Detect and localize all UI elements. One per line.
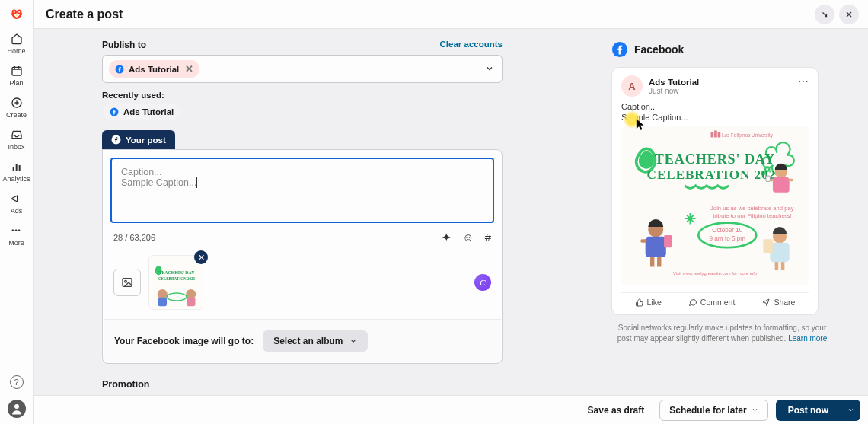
post-now-button[interactable]: Post now [776, 400, 841, 421]
editor-card: Caption... Sample Caption... 28 / 63,206… [102, 149, 503, 364]
preview-caption-line: Caption... [621, 101, 809, 112]
nav-analytics[interactable]: Analytics [0, 160, 33, 183]
nav-ads[interactable]: Ads [0, 192, 33, 215]
svg-text:October 10: October 10 [712, 227, 743, 234]
nav-label: More [8, 239, 24, 247]
svg-rect-48 [657, 257, 661, 266]
char-counter: 28 / 63,206 [113, 233, 155, 242]
preview-disclaimer: Social networks regularly make updates t… [611, 323, 833, 344]
preview-image: Los Felipinos University TEACHERS' DAY C… [621, 126, 809, 285]
caption-line: Sample Caption... [121, 177, 196, 188]
composer-panel: Publish to Clear accounts Ads Tutorial ✕… [34, 29, 576, 395]
nav-label: Home [7, 47, 25, 55]
svg-rect-46 [640, 239, 646, 243]
svg-text:TEACHERS' DAY: TEACHERS' DAY [159, 270, 195, 275]
svg-rect-45 [664, 234, 672, 247]
svg-rect-51 [763, 239, 773, 253]
svg-rect-36 [788, 178, 793, 181]
account-select[interactable]: Ads Tutorial ✕ [102, 55, 503, 83]
facebook-preview-card: A Ads Tutorial Just now ⋯ Caption... Sam… [611, 67, 819, 315]
preview-timestamp: Just now [649, 87, 699, 95]
svg-text:Visit www.reallygreatsite.com : Visit www.reallygreatsite.com for more i… [673, 271, 758, 276]
clear-accounts-link[interactable]: Clear accounts [440, 40, 503, 49]
schedule-button[interactable]: Schedule for later [659, 400, 767, 421]
facebook-icon [115, 65, 124, 74]
preview-network-label: Facebook [634, 43, 684, 56]
svg-rect-50 [770, 242, 789, 261]
svg-text:Join us as we celebrate and pa: Join us as we celebrate and pay [710, 205, 794, 212]
svg-rect-47 [650, 257, 654, 266]
chip-remove-icon[interactable]: ✕ [185, 63, 193, 75]
recent-account-chip[interactable]: Ads Tutorial [102, 104, 181, 120]
svg-rect-26 [714, 130, 717, 137]
svg-rect-7 [15, 164, 17, 171]
close-button[interactable] [839, 5, 859, 24]
ai-sparkle-icon[interactable]: ✦ [442, 231, 452, 244]
svg-rect-6 [12, 167, 14, 171]
nav-inbox[interactable]: Inbox [0, 128, 33, 151]
page-title: Create a post [46, 8, 123, 21]
save-draft-button[interactable]: Save as draft [580, 400, 653, 420]
post-tabs: Your post [102, 130, 503, 149]
megaphone-icon [10, 192, 24, 206]
svg-rect-4 [12, 67, 21, 75]
comment-button[interactable]: Comment [688, 298, 736, 307]
tab-your-post[interactable]: Your post [102, 130, 175, 149]
remove-media-icon[interactable]: ✕ [194, 250, 208, 264]
add-media-button[interactable] [113, 269, 141, 296]
account-chip: Ads Tutorial ✕ [109, 60, 199, 78]
album-label: Your Facebook image will go to: [114, 336, 254, 346]
learn-more-link[interactable]: Learn more [788, 334, 827, 343]
emoji-icon[interactable]: ☺ [462, 231, 474, 244]
user-avatar[interactable] [8, 400, 26, 418]
publish-label: Publish to Clear accounts [102, 40, 503, 50]
nav-create[interactable]: Create [0, 96, 33, 119]
recently-used-label: Recently used: [102, 91, 503, 100]
facebook-icon [110, 107, 119, 116]
preview-account-name: Ads Tutorial [649, 78, 699, 87]
svg-rect-21 [187, 298, 196, 307]
canva-button[interactable]: C [474, 274, 491, 291]
svg-rect-53 [781, 262, 785, 270]
preview-caption-line: Sample Caption... [621, 112, 809, 123]
svg-point-14 [125, 280, 127, 282]
nav-more[interactable]: ••• More [0, 224, 33, 247]
like-button[interactable]: Like [635, 298, 662, 307]
preview-more-icon[interactable]: ⋯ [798, 75, 809, 88]
footer-bar: Save as draft Schedule for later Post no… [34, 395, 868, 424]
minimize-button[interactable] [815, 5, 834, 24]
share-button[interactable]: Share [761, 298, 795, 307]
bar-chart-icon [10, 160, 24, 174]
nav-label: Analytics [2, 175, 30, 183]
svg-rect-34 [773, 177, 790, 193]
svg-rect-19 [158, 298, 168, 307]
left-nav-rail: Home Plan Create Inbox Analytics Ads •••… [0, 0, 34, 424]
hashtag-icon[interactable]: # [485, 231, 491, 244]
svg-text:CELEBRATION 2025: CELEBRATION 2025 [158, 277, 196, 281]
help-icon[interactable]: ? [10, 375, 24, 389]
svg-rect-44 [646, 236, 666, 257]
nav-label: Inbox [8, 143, 24, 151]
home-icon [10, 32, 24, 46]
caption-textarea[interactable]: Caption... Sample Caption... [110, 158, 494, 223]
svg-text:9 am to 5 pm: 9 am to 5 pm [710, 235, 746, 242]
facebook-icon [111, 135, 121, 145]
svg-text:Los Felipinos University: Los Felipinos University [722, 132, 774, 139]
media-thumbnail[interactable]: TEACHERS' DAY CELEBRATION 2025 ✕ [148, 255, 203, 310]
page-header: Create a post [34, 0, 868, 29]
post-now-dropdown[interactable] [841, 400, 860, 421]
chip-label: Ads Tutorial [123, 107, 174, 116]
preview-panel: Facebook A Ads Tutorial Just now ⋯ Capti… [576, 29, 868, 395]
svg-text:CELEBRATION 2025: CELEBRATION 2025 [647, 167, 783, 181]
cursor-icon [635, 118, 646, 132]
select-album-button[interactable]: Select an album [263, 330, 367, 352]
svg-rect-13 [123, 279, 132, 287]
nav-home[interactable]: Home [0, 32, 33, 55]
chip-label: Ads Tutorial [129, 65, 179, 74]
svg-point-9 [14, 404, 19, 409]
dots-icon: ••• [10, 224, 24, 238]
svg-point-3 [18, 11, 20, 13]
nav-label: Create [6, 111, 27, 119]
svg-rect-8 [18, 165, 20, 171]
nav-plan[interactable]: Plan [0, 64, 33, 87]
